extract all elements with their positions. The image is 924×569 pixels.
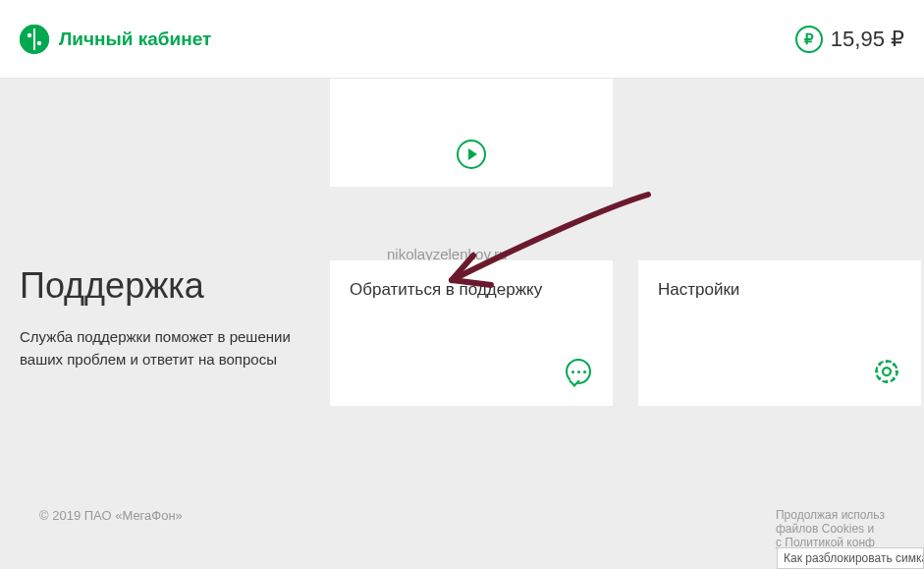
bottom-hint-box[interactable]: Как разблокировать симкар	[777, 547, 924, 569]
support-card[interactable]: Обратиться в поддержку	[330, 260, 613, 406]
footer-copyright: © 2019 ПАО «МегаФон»	[39, 508, 183, 523]
footer: © 2019 ПАО «МегаФон» Продолжая использ ф…	[0, 508, 924, 549]
logo-icon[interactable]	[20, 25, 49, 54]
footer-line1: Продолжая использ	[776, 508, 885, 522]
promo-card[interactable]	[330, 79, 613, 187]
ruble-icon: ₽	[795, 26, 823, 53]
chat-icon	[564, 357, 593, 386]
section-title: Поддержка	[20, 265, 295, 307]
header-title[interactable]: Личный кабинет	[59, 28, 211, 50]
play-icon[interactable]	[457, 140, 486, 169]
svg-point-2	[27, 32, 31, 36]
section-header: Поддержка Служба поддержки поможет в реш…	[20, 265, 295, 370]
balance-value: 15,95 ₽	[831, 27, 904, 52]
gear-icon	[872, 357, 901, 386]
section-description: Служба поддержки поможет в решении ваших…	[20, 326, 295, 370]
svg-point-3	[37, 40, 41, 44]
header-left: Личный кабинет	[20, 25, 211, 54]
settings-card-title: Настройки	[658, 280, 901, 300]
balance-block[interactable]: ₽ 15,95 ₽	[795, 26, 904, 53]
header: Личный кабинет ₽ 15,95 ₽	[0, 0, 924, 79]
footer-disclaimer: Продолжая использ файлов Cookies и с Пол…	[776, 508, 885, 549]
support-card-title: Обратиться в поддержку	[350, 280, 593, 300]
svg-point-4	[883, 368, 891, 375]
footer-line2: файлов Cookies и	[776, 522, 885, 536]
settings-card[interactable]: Настройки	[638, 260, 921, 406]
